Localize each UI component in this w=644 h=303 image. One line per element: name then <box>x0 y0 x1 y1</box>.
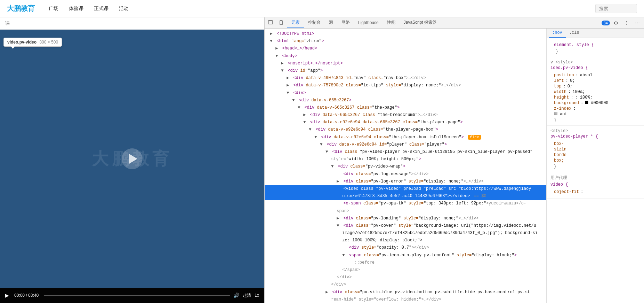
device-toggle-button[interactable] <box>277 18 287 28</box>
tree-line[interactable]: <o-span class="pv-opa-tk" style="top: 34… <box>265 200 546 207</box>
quality-selector[interactable]: 超清 <box>243 293 251 298</box>
speed-selector[interactable]: 1x <box>255 293 259 298</box>
collapse-arrow[interactable]: ▶ <box>275 45 279 52</box>
tab-performance[interactable]: 性能 <box>383 17 400 28</box>
collapse-arrow[interactable]: ▼ <box>303 119 307 126</box>
tree-line[interactable]: ▶ <!DOCTYPE html> <box>265 30 546 38</box>
tab-lighthouse[interactable]: Lighthouse <box>354 18 383 28</box>
tree-line[interactable]: ▼ <div> <box>265 90 546 97</box>
tree-line[interactable]: </div> <box>265 274 546 281</box>
tab-console[interactable]: 控制台 <box>304 17 325 28</box>
collapse-arrow[interactable]: ▶ <box>303 112 307 118</box>
tab-sources[interactable]: 源 <box>325 17 337 28</box>
tree-line[interactable]: ▼ <div data-v-e92e6c94 class="the-player… <box>265 134 546 141</box>
tree-line[interactable]: ▼ <div data-v-e92e6c94 id="player" class… <box>265 141 546 148</box>
html-tree-panel[interactable]: ▶ <!DOCTYPE html> ▼ <html lang="zh-cn"> … <box>265 29 547 303</box>
tree-line[interactable]: ▶ <noscript>…</noscript> <box>265 60 546 67</box>
volume-button[interactable]: 🔊 <box>233 293 239 298</box>
attr-name: class= <box>345 290 360 295</box>
tab-js-profiler[interactable]: JavaScript 探索器 <box>400 17 441 28</box>
collapse-arrow[interactable]: ▶ <box>325 289 329 296</box>
collapse-arrow[interactable]: ▼ <box>342 252 346 259</box>
tree-line[interactable]: ▶ <div data-v-757890c2 class="ie-tips" s… <box>265 82 546 89</box>
collapse-arrow[interactable]: ▼ <box>298 104 301 111</box>
devtools-more-button[interactable]: ⋯ <box>633 18 642 28</box>
tree-line[interactable]: ::before <box>265 259 546 266</box>
collapse-arrow[interactable]: ▼ <box>287 90 290 96</box>
collapse-arrow[interactable]: ▼ <box>270 38 273 45</box>
search-input[interactable] <box>595 4 637 13</box>
collapse-arrow[interactable]: ▼ <box>337 223 340 229</box>
tree-line[interactable]: ▶ <div class="pv-loading" style="display… <box>265 215 546 222</box>
collapse-arrow[interactable]: ▼ <box>309 126 312 133</box>
element-picker-button[interactable] <box>266 18 276 28</box>
collapse-arrow <box>337 171 340 178</box>
video-progress-bar[interactable] <box>44 295 230 296</box>
tree-line[interactable]: ▶ <div data-v-4907c843 id="nav" class="n… <box>265 75 546 82</box>
collapse-arrow[interactable]: ▶ <box>287 82 290 89</box>
tree-line[interactable]: ▼ <span class="pv-icon-btn-play pv-iconf… <box>265 252 546 259</box>
tree-line[interactable]: <div style="opacity: 0.7"></div> <box>265 244 546 251</box>
collapse-arrow[interactable]: ▶ <box>337 178 340 185</box>
tree-line[interactable]: ▼ <div class="pv-video-player pv-skin_bl… <box>265 148 546 156</box>
color-swatch-black[interactable] <box>585 101 588 104</box>
nav-item-guangchang[interactable]: 广场 <box>49 4 58 14</box>
attr-value: "the-player-page" <box>418 120 460 125</box>
tree-line[interactable]: image/e/ef4825bc7e/f/ef4825bc7edbfa2d566… <box>265 230 546 237</box>
collapse-arrow[interactable]: ▼ <box>325 149 329 155</box>
collapse-arrow[interactable]: ▶ <box>270 31 273 37</box>
tab-elements[interactable]: 元素 <box>287 17 304 28</box>
collapse-arrow[interactable]: ▼ <box>331 163 335 170</box>
tree-line[interactable]: <div class="pv-log-message"></div> <box>265 171 546 178</box>
tag-text: <div <box>343 216 356 221</box>
tree-line[interactable]: ze: 100% 100%; display: block;"> <box>265 237 546 244</box>
tooltip-element-size: 800 × 500 <box>39 40 58 45</box>
tree-line[interactable]: ▼ <div class="pv-cover" style="backgroun… <box>265 222 546 230</box>
devtools-settings-button[interactable]: ⚙ <box>611 18 621 28</box>
collapse-arrow[interactable]: ▼ <box>281 68 284 74</box>
collapse-arrow[interactable]: ▼ <box>275 53 279 60</box>
collapse-arrow[interactable]: ▶ <box>281 60 284 67</box>
tag-text: <div <box>343 223 356 228</box>
tree-line[interactable]: ▶ <div class="pv-skin-blue pv-video-bott… <box>265 289 546 296</box>
video-player-area[interactable]: 大鹏教育 <box>0 30 264 288</box>
attr-value: "display: none;" <box>418 216 458 221</box>
collapse-arrow[interactable]: ▶ <box>337 215 340 222</box>
tree-line[interactable]: ▼ <body> <box>265 53 546 60</box>
tree-line[interactable]: ▼ <div id="app"> <box>265 67 546 75</box>
collapse-arrow[interactable]: ▶ <box>287 75 290 81</box>
devtools-customize-button[interactable]: ⋮ <box>622 18 631 28</box>
play-overlay-button[interactable] <box>122 148 143 169</box>
tree-line[interactable]: ▼ <div class="pv-video-wrap"> <box>265 163 546 170</box>
tree-line[interactable]: ▶ <div data-v-665c3267 class="the-breadc… <box>265 111 546 119</box>
nav-item-tiyan[interactable]: 体验课 <box>69 4 83 14</box>
tree-line[interactable]: ▼ <div data-v-665c3267> <box>265 97 546 104</box>
styles-tab-cls[interactable]: .cls <box>566 29 583 38</box>
tree-line[interactable]: </span> <box>265 266 546 274</box>
tag-text: <div <box>310 120 322 125</box>
collapse-arrow[interactable]: ▼ <box>314 134 318 141</box>
tag-close: > <box>397 105 400 110</box>
tree-line[interactable]: ▼ <div data-v-665c3267 class="the-page"> <box>265 104 546 111</box>
styles-tab-hov[interactable]: :hov <box>549 29 566 38</box>
play-pause-button[interactable]: ▶ <box>5 293 9 298</box>
tree-line[interactable]: ream-hide" style="overflow: hidden;">…</… <box>265 296 546 303</box>
tree-line[interactable]: ▼ <html lang="zh-cn"> <box>265 38 546 45</box>
collapse-arrow[interactable]: ▼ <box>292 97 296 104</box>
tree-line[interactable]: ▶ <head>…</head> <box>265 45 546 52</box>
tab-network[interactable]: 网络 <box>337 17 354 28</box>
tree-line[interactable]: ▼ <div data-v-e92e6c94 class="the-player… <box>265 126 546 133</box>
collapse-arrow[interactable]: ▼ <box>320 141 323 148</box>
tree-line[interactable]: </div> <box>265 281 546 288</box>
tree-line[interactable]: ▶ <div class="pv-log-error" style="displ… <box>265 178 546 185</box>
tree-line[interactable]: ▼ <div data-v-e92e6c94 data-v-665c3267 c… <box>265 119 546 126</box>
nav-logo[interactable]: 大鹏教育 <box>7 4 35 13</box>
attr-name: style= <box>457 253 472 258</box>
nav-item-zhengshi[interactable]: 正式课 <box>94 4 108 14</box>
tree-line[interactable]: span> <box>265 208 546 215</box>
selected-tree-line[interactable]: <video class="pv-video" preload="preload… <box>265 185 546 193</box>
nav-item-huodong[interactable]: 活动 <box>119 4 129 14</box>
tree-line[interactable]: style="width: 100%; height: 500px;"> <box>265 156 546 163</box>
selected-tree-line-cont[interactable]: u.cn/e61473f3-8d35-4e52-ac40-144839c6766… <box>265 193 546 200</box>
color-swatch-auto[interactable] <box>554 112 557 115</box>
